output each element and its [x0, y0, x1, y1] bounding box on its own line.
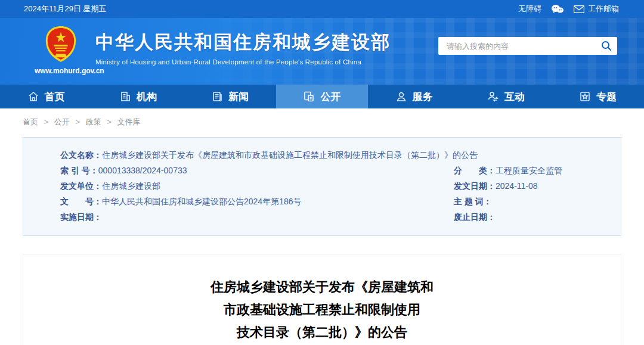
star-topic-icon	[579, 91, 591, 102]
home-icon	[27, 91, 39, 102]
site-search	[438, 37, 617, 55]
breadcrumb-library[interactable]: 文件库	[117, 117, 141, 126]
nav-label: 首页	[45, 90, 65, 104]
breadcrumb-separator: >	[107, 117, 112, 126]
work-mailbox-link[interactable]: 工作邮箱	[574, 4, 619, 14]
main-nav: 首页 机构 新闻 公开 服务 互动	[0, 85, 644, 108]
nav-item-news[interactable]: 新闻	[184, 85, 276, 108]
site-header: www.mohurd.gov.cn 中华人民共和国住房和城乡建设部 Minist…	[0, 18, 644, 85]
nav-item-org[interactable]: 机构	[92, 85, 184, 108]
search-input[interactable]	[438, 37, 596, 55]
site-url: www.mohurd.gov.cn	[35, 67, 87, 75]
doc-name-row: 公文名称：住房城乡建设部关于发布《房屋建筑和市政基础设施工程禁止和限制使用技术目…	[60, 147, 621, 163]
national-emblem-icon	[44, 25, 78, 63]
nav-label: 服务	[413, 90, 433, 104]
article-panel: 住房城乡建设部关于发布《房屋建筑和 市政基础设施工程禁止和限制使用 技术目录（第…	[23, 254, 621, 345]
repeal-date-row: 废止日期：	[454, 209, 621, 225]
breadcrumb-policy[interactable]: 政策	[86, 117, 101, 126]
doc-info-panel: 公文名称：住房城乡建设部关于发布《房屋建筑和市政基础设施工程禁止和限制使用技术目…	[23, 137, 621, 236]
nav-item-disclosure[interactable]: 公开	[276, 85, 368, 108]
interaction-icon	[487, 91, 499, 102]
doc-name-label: 公文名称：	[60, 150, 102, 160]
search-icon[interactable]	[596, 37, 617, 55]
wechat-icon[interactable]	[551, 4, 564, 14]
issuing-unit-row: 发文单位：住房城乡建设部	[60, 178, 454, 194]
category-row: 分 类：工程质量安全监管	[454, 163, 621, 178]
article-title-line: 市政基础设施工程禁止和限制使用	[23, 299, 621, 321]
site-title: 中华人民共和国住房和城乡建设部	[95, 30, 391, 55]
breadcrumb-home[interactable]: 首页	[23, 117, 38, 126]
article-title-line: 技术目录（第二批）》的公告	[23, 321, 621, 344]
index-number-row: 索 引 号：000013338/2024-00733	[60, 163, 454, 178]
documents-icon	[303, 91, 315, 102]
nav-label: 互动	[504, 90, 525, 104]
nav-label: 专题	[596, 90, 617, 104]
service-person-icon	[395, 91, 407, 102]
article-title: 住房城乡建设部关于发布《房屋建筑和 市政基础设施工程禁止和限制使用 技术目录（第…	[23, 276, 621, 344]
site-subtitle: Ministry of Housing and Urban-Rural Deve…	[95, 58, 391, 66]
site-logo[interactable]: www.mohurd.gov.cn	[35, 25, 87, 75]
building-icon	[119, 91, 131, 102]
subject-words-row: 主 题 词：	[454, 194, 621, 209]
nav-label: 公开	[320, 90, 340, 104]
doc-number-row: 文 号：中华人民共和国住房和城乡建设部公告2024年第186号	[60, 194, 454, 209]
mail-icon	[574, 5, 584, 13]
nav-label: 机构	[137, 90, 157, 104]
implementation-date-row: 实施日期：	[60, 209, 454, 225]
nav-item-home[interactable]: 首页	[0, 85, 92, 108]
nav-item-services[interactable]: 服务	[368, 85, 460, 108]
accessibility-link[interactable]: 无障碍	[518, 4, 541, 14]
article-title-line: 住房城乡建设部关于发布《房屋建筑和	[23, 276, 621, 299]
nav-item-topics[interactable]: 专题	[552, 85, 644, 108]
news-icon	[211, 91, 223, 102]
doc-name-value: 住房城乡建设部关于发布《房屋建筑和市政基础设施工程禁止和限制使用技术目录（第二批…	[102, 150, 478, 160]
breadcrumb-separator: >	[44, 117, 49, 126]
issue-date-row: 发文日期：2024-11-08	[454, 178, 621, 194]
nav-label: 新闻	[228, 90, 249, 104]
breadcrumb-separator: >	[75, 117, 80, 126]
current-date: 2024年11月29日 星期五	[24, 4, 107, 14]
breadcrumb-disclosure[interactable]: 公开	[54, 117, 70, 126]
nav-item-interaction[interactable]: 互动	[460, 85, 552, 108]
top-utility-bar: 2024年11月29日 星期五 无障碍 工作邮箱	[0, 0, 644, 18]
work-mailbox-label: 工作邮箱	[588, 4, 619, 14]
breadcrumb: 首页 > 公开 > 政策 > 文件库	[0, 108, 644, 135]
